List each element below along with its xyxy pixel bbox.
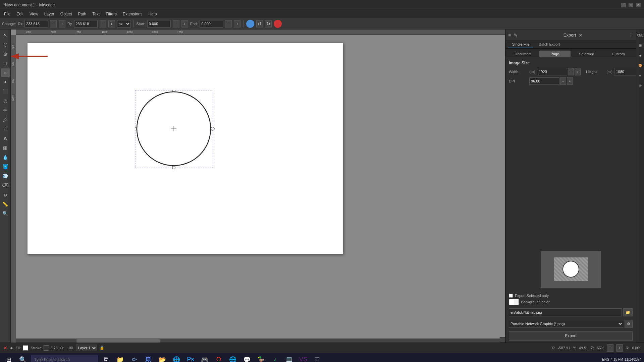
export-button[interactable]: Export bbox=[509, 331, 633, 341]
end-inc[interactable]: + bbox=[234, 20, 240, 27]
rx-input[interactable] bbox=[24, 20, 48, 27]
ry-inc[interactable]: + bbox=[108, 20, 115, 27]
xml-editor-btn[interactable]: XML bbox=[636, 31, 644, 40]
text-tool-btn[interactable]: A bbox=[1, 134, 10, 143]
width-input[interactable] bbox=[537, 68, 567, 75]
format-settings-btn[interactable]: ⚙ bbox=[625, 320, 633, 328]
menu-edit[interactable]: Edit bbox=[14, 11, 26, 17]
start-input[interactable] bbox=[147, 20, 171, 27]
menu-file[interactable]: File bbox=[1, 11, 13, 17]
taskbar-app-discord[interactable]: 💬 bbox=[241, 354, 253, 362]
ellipse-tool-btn[interactable]: ○ bbox=[1, 68, 10, 77]
dpi-dec[interactable]: − bbox=[560, 77, 566, 85]
export-close-icon[interactable]: ✕ bbox=[579, 33, 583, 38]
export-selected-checkbox[interactable] bbox=[509, 294, 513, 298]
fill-stroke-btn[interactable]: 🎨 bbox=[636, 61, 644, 70]
star-tool-btn[interactable]: ✦ bbox=[1, 78, 10, 86]
cancel-icon[interactable]: ✕ bbox=[3, 345, 7, 351]
check-icon[interactable]: ● bbox=[10, 345, 13, 351]
taskbar-app-spotify[interactable]: ♪ bbox=[269, 354, 281, 362]
tab-selection[interactable]: Selection bbox=[571, 51, 602, 57]
taskbar-search-input[interactable] bbox=[31, 355, 98, 362]
zoom-dec[interactable]: − bbox=[607, 344, 613, 352]
search-btn[interactable]: 🔍 bbox=[17, 354, 29, 362]
scrollbar-thumb[interactable] bbox=[76, 339, 160, 343]
task-view-btn[interactable]: ⧉ bbox=[100, 354, 112, 362]
pen-tool-btn[interactable]: 🖊 bbox=[1, 115, 10, 124]
file-browse-btn[interactable]: 📁 bbox=[623, 308, 633, 316]
menu-extensions[interactable]: Extensions bbox=[120, 11, 145, 17]
pencil-tool-btn[interactable]: ✏ bbox=[1, 106, 10, 115]
taskbar-app-inkscape[interactable]: ✏ bbox=[128, 354, 140, 362]
taskbar-app-photos[interactable]: 🖼 bbox=[142, 354, 154, 362]
start-dec[interactable]: − bbox=[173, 20, 179, 27]
arc-btn[interactable]: ↺ bbox=[256, 20, 263, 27]
tab-single-file[interactable]: Single File bbox=[508, 41, 533, 48]
color-indicator[interactable] bbox=[274, 20, 282, 28]
find-tool-btn[interactable]: 🔍 bbox=[1, 209, 10, 218]
menu-path[interactable]: Path bbox=[75, 11, 89, 17]
taskbar-app-dev[interactable]: 💻 bbox=[283, 354, 295, 362]
spiral-tool-btn[interactable]: ◎ bbox=[1, 97, 10, 105]
transform-btn[interactable]: ⟳ bbox=[636, 81, 644, 90]
taskbar-app-chrome[interactable]: 🌐 bbox=[227, 354, 239, 362]
menu-filters[interactable]: Filters bbox=[103, 11, 119, 17]
fill-color-box[interactable] bbox=[23, 345, 28, 351]
dropper-tool-btn[interactable]: 💧 bbox=[1, 153, 10, 162]
taskbar-app-ps[interactable]: Ps bbox=[184, 354, 197, 362]
panel-edit-icon[interactable]: ✎ bbox=[514, 33, 518, 38]
horizontal-scrollbar[interactable] bbox=[16, 339, 505, 343]
spray-tool-btn[interactable]: 💨 bbox=[1, 172, 10, 180]
ry-dec[interactable]: − bbox=[100, 20, 106, 27]
bg-color-swatch[interactable] bbox=[509, 299, 519, 305]
menu-text[interactable]: Text bbox=[90, 11, 102, 17]
rx-inc[interactable]: + bbox=[59, 20, 65, 27]
layer-select[interactable]: Layer 1 bbox=[76, 345, 97, 351]
tab-batch-export[interactable]: Batch Export bbox=[535, 41, 564, 48]
rect-tool-btn[interactable]: □ bbox=[1, 59, 10, 68]
stroke-color-box[interactable] bbox=[44, 345, 49, 351]
taskbar-app-opera[interactable]: O bbox=[213, 354, 225, 362]
canvas-area[interactable]: 250 500 750 1000 1250 1500 1750 250 500 … bbox=[11, 29, 505, 343]
close-button[interactable]: ✕ bbox=[636, 3, 641, 7]
lock-icon[interactable]: 🔓 bbox=[100, 346, 104, 350]
taskbar-app-shield[interactable]: 🛡 bbox=[311, 354, 323, 362]
gradient-tool-btn[interactable]: ▦ bbox=[1, 143, 10, 152]
menu-layer[interactable]: Layer bbox=[42, 11, 57, 17]
menu-object[interactable]: Object bbox=[58, 11, 75, 17]
taskbar-app-duck[interactable]: 🦆 bbox=[255, 354, 267, 362]
menu-help[interactable]: Help bbox=[146, 11, 160, 17]
3d-tool-btn[interactable]: ⬛ bbox=[1, 87, 10, 96]
start-button[interactable]: ⊞ bbox=[3, 354, 15, 362]
objects-btn[interactable]: ⊞ bbox=[636, 41, 644, 50]
file-path-input[interactable] bbox=[509, 308, 622, 316]
align-btn[interactable]: ≡ bbox=[636, 71, 644, 80]
end-input[interactable] bbox=[200, 20, 223, 27]
circle-full-btn[interactable] bbox=[246, 20, 254, 28]
taskbar-app-vs[interactable]: VS bbox=[297, 354, 309, 362]
taskbar-app-files[interactable]: 📂 bbox=[156, 354, 168, 362]
rx-dec[interactable]: − bbox=[50, 20, 57, 27]
width-inc[interactable]: + bbox=[575, 68, 581, 75]
node-tool-btn[interactable]: ⬡ bbox=[1, 40, 10, 49]
zoom-inc[interactable]: + bbox=[616, 344, 623, 352]
format-select[interactable]: Portable Network Graphic (*.png) JPEG SV… bbox=[509, 320, 623, 328]
zoom-tool-btn[interactable]: ⊕ bbox=[1, 50, 10, 58]
tab-custom[interactable]: Custom bbox=[603, 51, 634, 57]
dpi-inc[interactable]: + bbox=[567, 77, 573, 85]
maximize-button[interactable]: □ bbox=[629, 3, 633, 7]
eraser-tool-btn[interactable]: ⌫ bbox=[1, 181, 10, 190]
tab-page[interactable]: Page bbox=[539, 51, 571, 57]
connector-tool-btn[interactable]: ⌀ bbox=[1, 190, 10, 199]
tab-document[interactable]: Document bbox=[507, 51, 539, 57]
unit-select[interactable]: px mm cm in bbox=[117, 20, 131, 27]
paint-tool-btn[interactable]: 🪣 bbox=[1, 162, 10, 171]
chord-btn[interactable]: ↻ bbox=[265, 20, 272, 27]
panel-menu-icon[interactable]: ≡ bbox=[508, 33, 511, 38]
taskbar-app-game[interactable]: 🎮 bbox=[199, 354, 211, 362]
panel-expand-icon[interactable]: ⋮ bbox=[629, 33, 633, 38]
taskbar-app-ms[interactable]: 🌐 bbox=[170, 354, 182, 362]
end-dec[interactable]: − bbox=[225, 20, 232, 27]
minimize-button[interactable]: − bbox=[621, 3, 626, 7]
width-dec[interactable]: − bbox=[568, 68, 574, 75]
